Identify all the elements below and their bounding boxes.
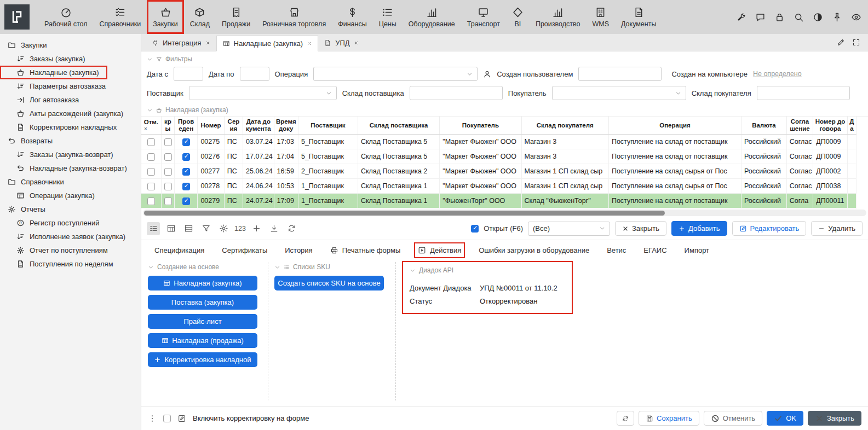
mark-checkbox[interactable] <box>147 138 155 146</box>
open-filter-checkbox[interactable] <box>471 225 479 233</box>
clear-mark-button[interactable]: × <box>143 126 159 132</box>
export-button[interactable] <box>268 222 281 235</box>
menu-item-transport[interactable]: Транспорт <box>461 0 506 34</box>
table-row[interactable]: 00276 ПС 17.07.24 17:04 5_Поставщик Скла… <box>141 149 856 164</box>
sidebar-item-invoices-purchase[interactable]: Накладные (закупка) <box>0 66 107 79</box>
table-row[interactable]: 00278 ПС 24.06.24 10:53 1_Поставщик Скла… <box>141 179 856 194</box>
lock-icon[interactable] <box>774 12 785 22</box>
table-view-button[interactable] <box>164 222 177 235</box>
column-header-posted[interactable]: Проведен <box>175 117 198 135</box>
tab-print-forms[interactable]: Печатные формы <box>330 246 401 254</box>
create-invoice-correction-button[interactable]: Корректировка накладной <box>148 352 257 367</box>
sidebar-item-weekly-receipts[interactable]: Поступления по неделям <box>0 257 141 271</box>
more-menu-icon[interactable] <box>148 414 157 423</box>
menu-item-references[interactable]: Справочники <box>93 0 147 34</box>
sidebar-section-reports[interactable]: Отчеты <box>0 202 141 216</box>
sku-lists-header[interactable]: Списки SKU <box>274 261 389 276</box>
buyer-select[interactable] <box>552 86 686 100</box>
create-from-header[interactable]: Создание на основе <box>148 261 262 276</box>
create-invoice-sale-button[interactable]: Накладная (продажа) <box>148 333 257 348</box>
menu-item-purchases[interactable]: Закупки <box>147 0 184 34</box>
created-by-input[interactable] <box>578 67 662 81</box>
column-header-flag[interactable]: кры <box>161 117 174 135</box>
column-header-contract-number[interactable]: Номер договора <box>813 117 848 135</box>
mark-checkbox[interactable] <box>147 183 155 190</box>
edit-button[interactable]: Редактировать <box>732 221 807 236</box>
column-header-agreement[interactable]: Соглашение <box>786 117 813 135</box>
search-icon[interactable] <box>794 12 804 22</box>
pencil-icon[interactable] <box>837 38 845 47</box>
menu-item-sales[interactable]: Продажи <box>216 0 256 34</box>
close-icon[interactable] <box>307 41 312 46</box>
create-pricelist-button[interactable]: Прайс-лист <box>148 314 257 329</box>
posted-checkbox[interactable] <box>182 138 190 146</box>
menu-item-retail[interactable]: Розничная торговля <box>256 0 332 34</box>
created-on-computer-link[interactable]: Не определено <box>753 70 802 78</box>
tab-integration[interactable]: Интеграция <box>146 35 216 51</box>
mark-checkbox[interactable] <box>147 197 155 205</box>
menu-item-production[interactable]: Производство <box>530 0 587 34</box>
filter-button[interactable] <box>199 222 212 235</box>
tab-invoices-purchase[interactable]: Накладные (закупка) <box>216 36 319 51</box>
numbering-button[interactable]: 123 <box>234 225 246 233</box>
create-sku-list-button[interactable]: Создать список SKU на основе <box>274 276 384 290</box>
supplier-select[interactable] <box>189 86 337 100</box>
close-icon[interactable] <box>354 40 359 45</box>
tab-equipment-load-errors[interactable]: Ошибки загрузки в оборудование <box>479 246 589 254</box>
sidebar-item-operations-purchase[interactable]: Операции (закупка) <box>0 189 141 202</box>
menu-item-wms[interactable]: WMS <box>586 0 615 34</box>
grid-settings-button[interactable] <box>217 222 230 235</box>
date-to-input[interactable] <box>240 67 269 81</box>
column-header-mark[interactable]: Отм. × <box>141 117 161 135</box>
sidebar-item-receipts-report[interactable]: Отчет по поступлениям <box>0 243 141 257</box>
create-invoice-purchase-button[interactable]: Накладная (закупка) <box>148 276 257 290</box>
mark-checkbox[interactable] <box>147 153 155 161</box>
eye-icon[interactable] <box>851 12 861 22</box>
tab-upd[interactable]: УПД <box>318 35 364 51</box>
column-header-series[interactable]: Серия <box>224 117 243 135</box>
posted-checkbox[interactable] <box>182 197 190 205</box>
menu-item-warehouse[interactable]: Склад <box>184 0 216 34</box>
tab-vetis[interactable]: Ветис <box>607 246 626 254</box>
tab-certificates[interactable]: Сертификаты <box>222 246 267 254</box>
flag-checkbox[interactable] <box>164 183 172 190</box>
posted-checkbox[interactable] <box>182 168 190 176</box>
tools-icon[interactable] <box>736 12 746 22</box>
diadoc-header[interactable]: Диадок API <box>410 264 565 279</box>
tab-actions[interactable]: Действия <box>418 246 461 254</box>
save-button[interactable]: Сохранить <box>639 411 699 426</box>
flag-checkbox[interactable] <box>164 138 172 146</box>
column-header-currency[interactable]: Валюта <box>741 117 787 135</box>
menu-item-equipment[interactable]: Оборудование <box>403 0 461 34</box>
flag-checkbox[interactable] <box>164 197 172 205</box>
sidebar-item-discrepancy-acts[interactable]: Акты расхождений (закупка) <box>0 107 141 120</box>
delete-button[interactable]: Удалить <box>811 221 863 236</box>
column-header-doc-date[interactable]: Дата документа <box>243 117 274 135</box>
sidebar-item-orders-execution[interactable]: Исполнение заявок (закупка) <box>0 230 141 243</box>
supplier-warehouse-input[interactable] <box>410 86 503 100</box>
tab-egais[interactable]: ЕГАИС <box>643 246 666 254</box>
close-icon[interactable] <box>205 40 210 45</box>
column-header-doc-time[interactable]: Время доку <box>274 117 298 135</box>
table-row[interactable]: 00277 ПС 25.06.24 16:59 2_Поставщик Скла… <box>141 164 856 179</box>
sidebar-item-autoorder-log[interactable]: Лог автозаказа <box>0 93 141 107</box>
sidebar-item-orders-purchase[interactable]: Заказы (закупка) <box>0 52 141 66</box>
table-row-selected[interactable]: 00279 ПС 24.07.24 17:09 1_Поставщик Скла… <box>141 194 856 208</box>
menu-item-prices[interactable]: Цены <box>373 0 403 34</box>
ok-button[interactable]: OK <box>767 411 803 426</box>
status-filter-select[interactable]: (Все) <box>528 222 610 236</box>
sidebar-item-invoice-corrections[interactable]: Корректировки накладных <box>0 120 141 134</box>
horizontal-scrollbar[interactable] <box>143 210 866 216</box>
chat-icon[interactable] <box>755 12 766 22</box>
refresh-grid-button[interactable] <box>285 222 298 235</box>
column-header-supplier-warehouse[interactable]: Склад поставщика <box>358 117 439 135</box>
cancel-button[interactable]: Отменить <box>704 411 762 426</box>
column-header-number[interactable]: Номер <box>198 117 224 135</box>
sidebar-item-orders-purchase-return[interactable]: Заказы (закупка-возврат) <box>0 148 141 161</box>
menu-item-documents[interactable]: Документы <box>615 0 662 34</box>
column-header-supplier[interactable]: Поставщик <box>298 117 358 135</box>
column-header-clipped[interactable]: Да <box>847 117 856 135</box>
column-header-buyer[interactable]: Покупатель <box>440 117 521 135</box>
enable-correction-checkbox[interactable] <box>163 415 171 422</box>
close-record-button[interactable]: Закрыть <box>615 221 666 236</box>
